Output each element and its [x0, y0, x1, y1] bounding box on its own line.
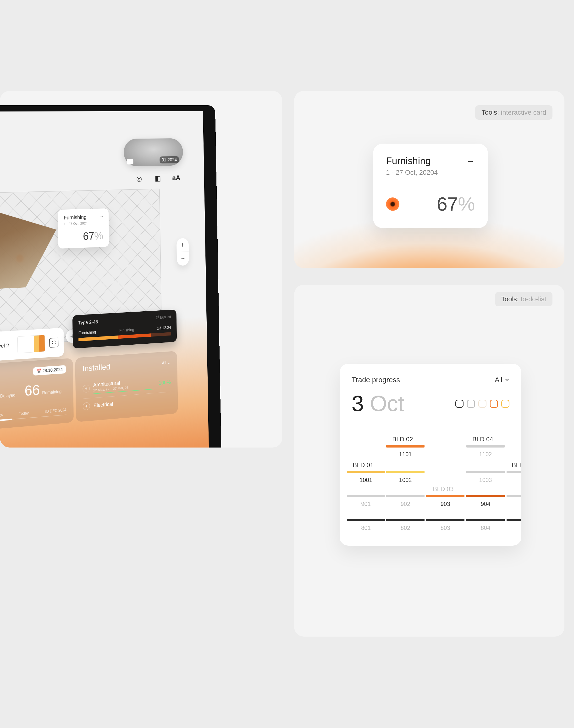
unit-tile[interactable]: 901 [347, 495, 385, 507]
card-percent: 67% [437, 193, 475, 215]
popover-percent: 67% [64, 229, 103, 243]
trade-progress-card: Trade progress All 3 Oct BLD 02 BLD 04 B… [340, 364, 521, 546]
card-subtitle: 1 - 27 Oct, 20204 [386, 169, 475, 177]
unit-tile[interactable]: 904 [466, 495, 505, 507]
target-icon[interactable]: ◎ [134, 173, 145, 184]
trade-filter[interactable]: All [495, 376, 509, 384]
unit-type-title: Type 2-46 [78, 319, 98, 325]
unit-tile[interactable]: 903 [426, 495, 464, 507]
schedule-start: 14 Oct 2024 [0, 413, 3, 419]
chat-icon[interactable] [127, 159, 133, 164]
legend-swatch [501, 400, 509, 408]
todo-section: Tools: to-do-list Trade progress All 3 O… [294, 285, 565, 637]
unit-tile[interactable]: 803 [426, 519, 464, 531]
building-header[interactable]: BLD 02 [392, 435, 413, 443]
expand-icon[interactable]: + [83, 385, 90, 393]
panorama-date-label: 01.2024 [160, 156, 179, 164]
remaining-label: Remaining [42, 389, 62, 395]
remaining-count: 66 [25, 381, 40, 399]
unit-tile[interactable]: 80 [506, 519, 521, 531]
unit-tile[interactable]: 1002 [386, 471, 424, 484]
unit-tile[interactable]: 1003 [466, 471, 505, 484]
installed-title: Installed [82, 362, 110, 373]
screen: lan 01.2024 ◎ ◧ aA Furnishing 1 - 27 Oct… [0, 111, 209, 448]
arrow-right-icon[interactable]: → [466, 156, 475, 166]
schedule-end: 30 DEC 2024 [45, 408, 67, 414]
text-size-icon[interactable]: aA [171, 172, 181, 183]
unit-type-card[interactable]: Type 2-46 🗐 Buy list Furnishing Finishin… [73, 309, 177, 348]
furnishing-card[interactable]: Furnishing → 1 - 27 Oct, 20204 67% [373, 144, 488, 228]
chevron-down-icon [505, 377, 509, 382]
unit-tile[interactable]: 90 [506, 495, 521, 507]
stage-furnishing: Furnishing [78, 330, 96, 336]
building-header[interactable]: BLD 04 [473, 435, 493, 443]
installed-filter[interactable]: All ⌄ [162, 360, 170, 366]
installed-card: Installed All ⌄ + Architectural 22 May, … [75, 351, 178, 422]
popover-title: Furnishing [64, 214, 103, 221]
section-tag: Tools: to-do-list [495, 292, 552, 306]
section-tag: Tools: interactive card [475, 105, 552, 120]
hotspot-marker[interactable] [16, 254, 24, 263]
legend-swatch [478, 400, 487, 408]
card-title: Furnishing [386, 156, 431, 166]
unit-tile[interactable]: 801 [347, 519, 385, 531]
zoom-control: + − [176, 238, 189, 266]
arrow-right-icon[interactable]: → [99, 214, 104, 220]
zoom-in-button[interactable]: + [176, 238, 189, 252]
level-selector: 02 Level 2 ⛶ [0, 328, 64, 362]
unit-tile[interactable]: 902 [386, 495, 424, 507]
stage-date: 13.12.24 [157, 325, 171, 331]
legend-swatch [467, 400, 475, 408]
schedule-card: 28.10.2024 60Delayed 66Remaining 14 Oct … [0, 358, 74, 431]
unit-type-subtitle[interactable]: 🗐 Buy list [156, 315, 171, 321]
installed-row-pct: 100% [159, 379, 171, 386]
date-pill[interactable]: 28.10.2024 [33, 365, 66, 376]
building-header[interactable]: BLD 01 [353, 461, 374, 469]
schedule-today: Today [19, 411, 29, 416]
view-tools: ◎ ◧ aA [134, 172, 181, 184]
furnishing-popover[interactable]: Furnishing 1 - 27 Oct, 2024 → 67% [58, 208, 109, 248]
legend-swatch [490, 400, 498, 408]
zoom-out-button[interactable]: − [177, 252, 189, 266]
panorama-thumbnail[interactable]: 01.2024 [124, 138, 183, 166]
interactive-card-section: Tools: interactive card Furnishing → 1 -… [294, 91, 565, 268]
building-header[interactable]: BLD [512, 461, 521, 469]
unit-tile[interactable]: 10 [506, 471, 521, 484]
delayed-label: Delayed [0, 393, 15, 399]
installed-row-name: Electrical [93, 396, 171, 409]
unit-tile[interactable]: 1101 [386, 445, 424, 458]
legend [455, 400, 509, 408]
level-label: Level 2 [0, 342, 9, 350]
legend-swatch [455, 400, 463, 408]
stage-finishing: Finishing [119, 328, 134, 333]
unit-tile[interactable]: 804 [466, 519, 505, 531]
trade-title: Trade progress [352, 376, 400, 384]
monitor-frame: lan 01.2024 ◎ ◧ aA Furnishing 1 - 27 Oct… [0, 105, 222, 448]
fullscreen-icon[interactable]: ⛶ [49, 338, 58, 348]
plan-viewer-panel: lan 01.2024 ◎ ◧ aA Furnishing 1 - 27 Oct… [0, 91, 282, 448]
unit-tile[interactable]: 802 [386, 519, 424, 531]
building-header[interactable]: BLD 03 [433, 485, 454, 493]
unit-tile[interactable]: 1001 [347, 471, 385, 484]
unit-tile[interactable]: 1102 [466, 445, 505, 458]
cube-icon[interactable]: ◧ [153, 173, 163, 184]
popover-subtitle: 1 - 27 Oct, 2024 [64, 221, 103, 226]
expand-icon[interactable]: + [83, 402, 90, 410]
status-dot-icon [386, 197, 399, 211]
monitor-bezel: lan 01.2024 ◎ ◧ aA Furnishing 1 - 27 Oct… [0, 105, 222, 448]
level-thumb[interactable] [17, 335, 45, 353]
